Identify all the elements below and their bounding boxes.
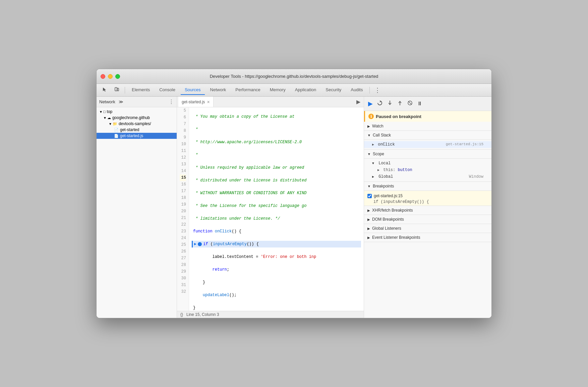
watch-arrow: ▶ xyxy=(367,124,370,128)
sidebar-menu-btn[interactable]: ⋮ xyxy=(169,99,174,105)
tree-item-devtools-samples[interactable]: ▼ 📁 devtools-samples/ xyxy=(97,121,177,127)
code-tab-close[interactable]: × xyxy=(207,99,210,105)
code-footer: {} Line 15, Column 3 xyxy=(177,311,364,318)
code-line-11: * WITHOUT WARRANTIES OR CONDITIONS OF AN… xyxy=(192,190,361,197)
call-stack-label: Call Stack xyxy=(373,133,391,137)
tab-audits[interactable]: Audits xyxy=(347,85,367,95)
tab-security[interactable]: Security xyxy=(321,85,345,95)
tree-arrow-devtools[interactable]: ▼ xyxy=(109,122,112,126)
toolbar-divider xyxy=(125,87,125,94)
folder-icon-devtools: 📁 xyxy=(113,122,117,126)
call-stack-arrow: ▼ xyxy=(367,133,371,137)
window-title: Developer Tools - https://googlechrome.g… xyxy=(210,74,378,79)
event-listener-breakpoints-header[interactable]: ▶ Event Listener Breakpoints xyxy=(364,233,491,242)
step-out-btn[interactable] xyxy=(396,99,404,109)
tree-item-googlechrome[interactable]: ▼ ☁ googlechrome.github xyxy=(97,115,177,121)
debug-toolbar: ▶ xyxy=(364,97,491,111)
deactivate-breakpoints-btn[interactable] xyxy=(406,99,414,109)
sidebar-network-tab[interactable]: Network xyxy=(99,99,115,104)
breakpoint-item-1: get-started.js:15 xyxy=(364,192,491,200)
step-into-btn[interactable] xyxy=(386,99,394,109)
toolbar-device-btn[interactable] xyxy=(111,86,122,95)
global-label: Global xyxy=(378,174,393,179)
call-stack-section-header[interactable]: ▼ Call Stack xyxy=(364,131,491,140)
folder-icon-top: □ xyxy=(103,110,106,114)
call-stack-onclick-file: get-started.js:15 xyxy=(446,142,483,146)
device-icon xyxy=(114,87,119,92)
breakpoints-label: Breakpoints xyxy=(373,184,394,188)
global-value: Window xyxy=(469,174,483,179)
tab-console[interactable]: Console xyxy=(155,85,179,95)
code-line-17: return; xyxy=(192,266,361,273)
toolbar-inspect-btn[interactable] xyxy=(99,86,110,95)
code-line-13: * limitations under the License. */ xyxy=(192,215,361,222)
step-out-icon xyxy=(397,100,403,106)
breakpoint-checkbox-1[interactable] xyxy=(367,194,372,198)
tab-application[interactable]: Application xyxy=(291,85,320,95)
titlebar: Developer Tools - https://googlechrome.g… xyxy=(97,69,491,84)
cursor-position: Line 15, Column 3 xyxy=(186,312,219,317)
watch-section-header[interactable]: ▶ Watch xyxy=(364,122,491,131)
tab-network[interactable]: Network xyxy=(206,85,230,95)
code-tab-end-btn[interactable]: ▶ xyxy=(354,98,362,106)
breakpoint-dot xyxy=(198,242,202,246)
code-line-15: ▶ if (inputsAreEmpty()) { xyxy=(192,241,361,247)
watch-label: Watch xyxy=(372,124,384,128)
dom-arrow: ▶ xyxy=(367,218,370,221)
sidebar-tree: ▼ □ top ▼ ☁ googlechrome.github ▼ 📁 devt… xyxy=(97,107,177,140)
dom-breakpoints-header[interactable]: ▶ DOM Breakpoints xyxy=(364,215,491,224)
tab-sources[interactable]: Sources xyxy=(181,85,205,95)
step-over-icon xyxy=(377,100,383,106)
maximize-button[interactable] xyxy=(115,74,120,79)
pause-exceptions-btn[interactable]: ⏸ xyxy=(416,99,424,108)
tab-performance[interactable]: Performance xyxy=(231,85,264,95)
global-scope-header[interactable]: ▶ Global Window xyxy=(364,173,491,180)
tree-label-googlechrome: googlechrome.github xyxy=(112,115,150,120)
toolbar-more-btn[interactable]: ⋮ xyxy=(372,86,383,95)
code-tabs: get-started.js × ▶ xyxy=(177,97,364,107)
code-line-12: * See the License for the specific langu… xyxy=(192,203,361,209)
xhr-breakpoints-header[interactable]: ▶ XHR/fetch Breakpoints xyxy=(364,206,491,215)
cursor-icon xyxy=(102,87,107,92)
this-arrow: ▶ xyxy=(377,168,379,172)
scope-label: Scope xyxy=(373,152,384,156)
debugger-panel: ▶ xyxy=(364,97,491,318)
code-line-19: updateLabel(); xyxy=(192,292,361,298)
sidebar-expand-btn[interactable]: ≫ xyxy=(117,99,125,105)
tree-label-devtools: devtools-samples/ xyxy=(119,121,151,126)
tree-item-top[interactable]: ▼ □ top xyxy=(97,109,177,115)
code-content[interactable]: * You may obtain a copy of the License a… xyxy=(189,107,364,311)
local-arrow: ▼ xyxy=(372,162,374,165)
code-line-7: * http://www.apache.org/licenses/LICENSE… xyxy=(192,139,361,146)
file-icon-get-started: 📄 xyxy=(114,128,119,132)
cloud-icon: ☁ xyxy=(107,116,111,120)
tree-label-get-started: get-started xyxy=(120,127,139,132)
minimize-button[interactable] xyxy=(108,74,113,79)
tree-arrow-top[interactable]: ▼ xyxy=(99,110,103,114)
tab-memory[interactable]: Memory xyxy=(266,85,290,95)
global-listeners-header[interactable]: ▶ Global Listeners xyxy=(364,224,491,233)
scope-section-header[interactable]: ▼ Scope xyxy=(364,150,491,159)
call-stack-item-onclick[interactable]: ▶ onClick get-started.js:15 xyxy=(364,141,491,148)
code-line-6: * xyxy=(192,126,361,133)
code-line-9: * Unless required by applicable law or a… xyxy=(192,164,361,171)
local-scope-header[interactable]: ▼ Local xyxy=(364,160,491,167)
deactivate-icon xyxy=(407,100,413,106)
tab-elements[interactable]: Elements xyxy=(128,85,154,95)
step-over-btn[interactable] xyxy=(375,99,384,109)
resume-btn[interactable]: ▶ xyxy=(367,99,374,109)
breakpoints-arrow: ▼ xyxy=(367,184,371,188)
close-button[interactable] xyxy=(101,74,105,79)
global-arrow: ▶ xyxy=(372,175,374,179)
svg-line-5 xyxy=(408,101,412,105)
tree-item-get-started[interactable]: 📄 get-started xyxy=(97,127,177,133)
pretty-print-btn[interactable]: {} xyxy=(180,312,183,317)
code-line-16: label.textContent = 'Error: one or both … xyxy=(192,254,361,260)
devtools-window: Developer Tools - https://googlechrome.g… xyxy=(96,69,492,318)
breakpoints-section-header[interactable]: ▼ Breakpoints xyxy=(364,182,491,191)
sidebar-header: Network ≫ ⋮ xyxy=(97,97,177,107)
tree-arrow-googlechrome[interactable]: ▼ xyxy=(103,116,107,120)
tree-item-get-started-js[interactable]: 📄 get-started.js xyxy=(97,133,177,139)
code-tab-get-started-js[interactable]: get-started.js × xyxy=(178,97,214,107)
main-content: Network ≫ ⋮ ▼ □ top ▼ ☁ googlechrome.git… xyxy=(97,97,491,318)
